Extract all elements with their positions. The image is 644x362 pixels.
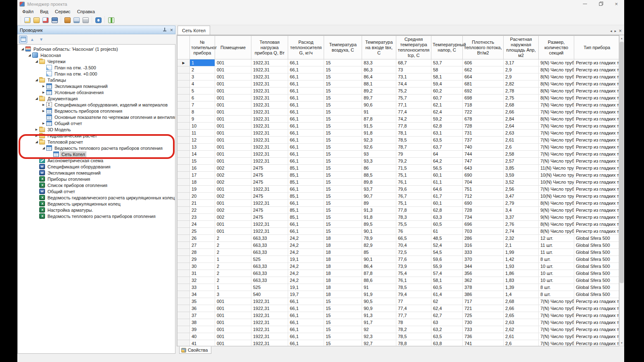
cell[interactable]: 75,1 (396, 172, 431, 179)
cell[interactable]: 63,5 (431, 333, 463, 340)
cell[interactable]: 66,1 (288, 186, 324, 193)
cell[interactable]: Регистр из гладких труб (574, 298, 620, 305)
cell[interactable]: 2,64 (504, 123, 539, 130)
cell[interactable]: 1 (190, 59, 215, 66)
cell[interactable]: 91,8 (362, 214, 396, 221)
cell[interactable]: 15 (324, 102, 362, 109)
column-header-1[interactable]: Помещение (215, 36, 251, 59)
expander-icon[interactable]: ▶ (34, 128, 39, 131)
cell[interactable]: 60,2 (431, 88, 463, 95)
expander-icon[interactable]: ◢ (27, 53, 32, 57)
cell[interactable]: Регистр из гладких труб (574, 207, 620, 214)
cell[interactable]: 24,2 (288, 235, 324, 242)
cell[interactable]: 002 (215, 179, 251, 186)
cell[interactable]: 77,4 (396, 305, 431, 312)
cell[interactable]: 66,5 (396, 235, 431, 242)
center-view-button[interactable] (94, 16, 103, 24)
cell[interactable]: 66,1 (288, 88, 324, 95)
cell[interactable]: 15 (324, 158, 362, 165)
cell[interactable]: 66,1 (288, 80, 324, 88)
cell[interactable]: 7(N) Число труб (539, 158, 574, 165)
cell[interactable]: 663,33 (251, 263, 288, 270)
cell[interactable]: 286 (463, 235, 504, 242)
cell[interactable]: 78,9 (362, 235, 396, 242)
cell[interactable]: 2,6 (504, 340, 539, 347)
cell[interactable]: 75,4 (396, 270, 431, 277)
row-selector[interactable] (178, 277, 190, 284)
cell[interactable]: 59,6 (431, 256, 463, 263)
cell[interactable]: 3 (190, 73, 215, 80)
cell[interactable]: 66,1 (288, 340, 324, 347)
cell[interactable]: 3,17 (504, 59, 539, 66)
cell[interactable]: 2475 (251, 179, 288, 186)
new-document-button[interactable] (23, 16, 32, 24)
cell[interactable]: 15 (324, 172, 362, 179)
cell[interactable]: 11 шт. (539, 249, 574, 256)
cell[interactable]: 316 (463, 242, 504, 249)
scroll-down-icon[interactable]: ▼ (620, 340, 624, 346)
cell[interactable]: 12 (190, 137, 215, 144)
cell[interactable]: 3,37 (504, 214, 539, 221)
cell[interactable]: 20 (190, 193, 215, 200)
cell[interactable]: 2,61 (504, 333, 539, 340)
cell[interactable]: 2475 (251, 193, 288, 200)
cell[interactable]: 77 (396, 298, 431, 305)
row-selector[interactable] (178, 130, 190, 137)
cell[interactable]: 15 (324, 116, 362, 123)
cell[interactable]: 741 (463, 340, 504, 347)
cell[interactable]: 2,61 (504, 137, 539, 144)
cell[interactable]: Global Sfera 500 (574, 270, 620, 277)
cell[interactable]: 93,7 (362, 186, 396, 193)
cell[interactable]: 15 (324, 340, 362, 347)
cell[interactable]: 19,7 (288, 291, 324, 298)
cell[interactable]: 001 (215, 59, 251, 66)
cell[interactable]: 001 (215, 221, 251, 228)
cell[interactable]: 77,8 (396, 207, 431, 214)
row-selector[interactable] (178, 116, 190, 123)
tree-item[interactable]: План на отм. +0.000 (18, 71, 175, 77)
cell[interactable]: 1922,31 (251, 123, 288, 130)
cell[interactable]: 2,79 (504, 200, 539, 207)
column-header-3[interactable]: Расход теплоносителя G, кг/ч (288, 36, 324, 59)
cell[interactable]: 64 (431, 151, 463, 158)
cell[interactable]: 717 (463, 298, 504, 305)
cell[interactable]: 66,1 (288, 102, 324, 109)
cell[interactable]: Регистр из гладких труб (574, 102, 620, 109)
cell[interactable]: 9 (190, 116, 215, 123)
cell[interactable]: 79,6 (396, 186, 431, 193)
save-button[interactable] (50, 16, 59, 24)
row-selector[interactable] (178, 66, 190, 73)
tree-item[interactable]: Основные показатели по чертежам отоплени… (18, 114, 175, 120)
cell[interactable]: 678 (463, 116, 504, 123)
cell[interactable]: 2,75 (504, 95, 539, 102)
tree-item[interactable]: ▶Общий отчет (18, 120, 175, 126)
cell[interactable]: 731 (463, 130, 504, 137)
row-selector[interactable] (178, 95, 190, 102)
tree-item[interactable]: Ведомость гидравлического расчета циркул… (18, 194, 175, 201)
cell[interactable]: 62,1 (431, 102, 463, 109)
grid-corner-cell[interactable] (178, 36, 190, 59)
cell[interactable]: 681 (463, 80, 504, 88)
row-selector[interactable] (178, 172, 190, 179)
cell[interactable]: 10(N) Число труб (539, 172, 574, 179)
cell[interactable]: 2475 (251, 214, 288, 221)
cell[interactable]: 66,1 (288, 221, 324, 228)
cell[interactable]: 10 шт. (539, 277, 574, 284)
row-selector[interactable] (178, 291, 190, 298)
cell[interactable]: 34 (190, 291, 215, 298)
column-header-11[interactable]: Тип прибора (574, 36, 620, 59)
cell[interactable]: Регистр из гладких труб (574, 186, 620, 193)
row-selector[interactable] (178, 165, 190, 172)
cell[interactable]: 31 (190, 270, 215, 277)
cell[interactable]: 001 (215, 130, 251, 137)
cell[interactable]: 001 (215, 340, 251, 347)
cell[interactable]: Регистр из гладких труб (574, 179, 620, 186)
row-selector[interactable] (178, 284, 190, 291)
cell[interactable]: 15 (324, 186, 362, 193)
cell[interactable]: 91 (362, 284, 396, 291)
cell[interactable]: Регистр из гладких труб (574, 158, 620, 165)
cell[interactable]: 712 (463, 193, 504, 200)
cell[interactable]: 002 (215, 214, 251, 221)
cell[interactable]: 001 (215, 186, 251, 193)
cell[interactable]: 1 (215, 256, 251, 263)
